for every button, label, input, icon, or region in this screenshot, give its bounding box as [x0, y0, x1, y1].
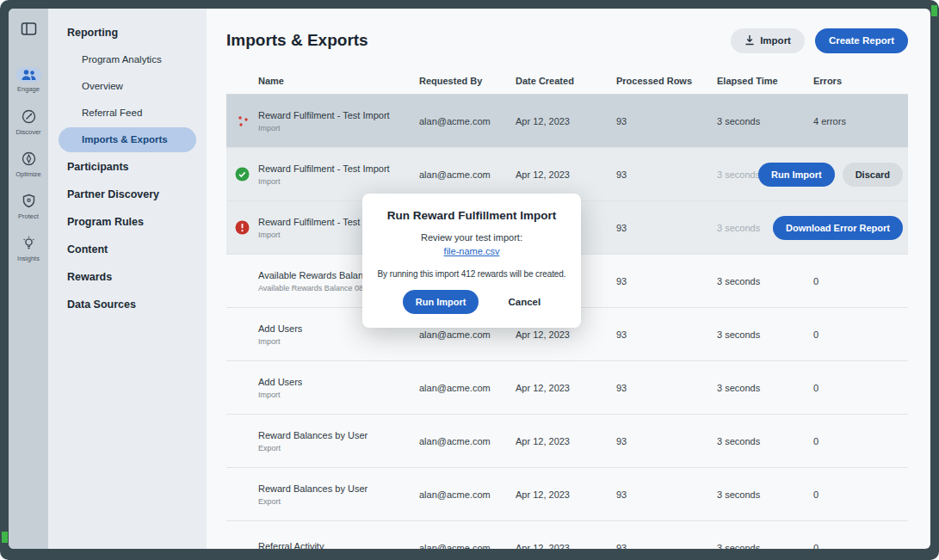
run-import-modal: Run Reward Fulfillment Import Review you… — [362, 194, 581, 328]
row-date-created: Apr 12, 2023 — [516, 383, 616, 393]
panel-toggle-button[interactable] — [17, 19, 40, 41]
row-errors: 4 errors — [813, 116, 908, 126]
row-type: Import — [258, 177, 412, 186]
lightbulb-icon — [17, 234, 40, 252]
row-requested-by: alan@acme.com — [419, 543, 516, 550]
row-date-created: Apr 12, 2023 — [516, 543, 616, 550]
row-date-created: Apr 12, 2023 — [516, 436, 616, 446]
col-requested-by: Requested By — [419, 76, 516, 86]
run-import-button[interactable]: Run Import — [758, 163, 835, 187]
row-processed-rows: 93 — [616, 543, 717, 550]
row-requested-by: alan@acme.com — [419, 169, 516, 180]
row-name: Add Users — [258, 377, 412, 387]
modal-title: Run Reward Fulfillment Import — [371, 209, 572, 222]
app-surface: Engage Discover Optimize Protect — [9, 9, 930, 549]
row-type: Export — [258, 444, 412, 452]
modal-confirmation-text: By running this import 412 rewards will … — [371, 269, 572, 279]
row-processed-rows: 93 — [616, 169, 717, 180]
table-row[interactable]: Add Users Import alan@acme.com Apr 12, 2… — [226, 361, 908, 415]
col-elapsed-time: Elapsed Time — [717, 76, 813, 86]
row-elapsed-time: 3 seconds — [717, 383, 813, 393]
frame-accent-top-right — [931, 5, 937, 16]
row-name: Referral Activity — [258, 541, 412, 550]
spark-circle-icon — [17, 150, 40, 168]
row-errors: 0 — [813, 436, 908, 446]
sidebar-item-program-analytics[interactable]: Program Analytics — [48, 46, 207, 73]
modal-actions: Run Import Cancel — [371, 290, 572, 314]
row-requested-by: alan@acme.com — [419, 329, 516, 340]
panel-toggle-icon — [21, 22, 37, 39]
row-requested-by: alan@acme.com — [419, 489, 516, 500]
row-name: Reward Fulfilment - Test Import — [258, 110, 412, 120]
row-date-created: Apr 12, 2023 — [516, 116, 616, 126]
row-actions: Download Error Report — [773, 216, 903, 240]
row-processed-rows: 93 — [616, 223, 717, 233]
sidebar-item-referral-feed[interactable]: Referral Feed — [48, 100, 207, 126]
sidebar-item-participants[interactable]: Participants — [48, 153, 207, 181]
rail-item-insights[interactable]: Insights — [9, 227, 48, 269]
col-processed-rows: Processed Rows — [616, 76, 717, 86]
error-exclamation-icon — [226, 220, 258, 235]
rail-label-protect: Protect — [18, 212, 39, 220]
sidebar-item-content[interactable]: Content — [48, 236, 207, 263]
discard-button[interactable]: Discard — [843, 163, 903, 187]
rail-label-engage: Engage — [17, 85, 40, 93]
sidebar-item-data-sources[interactable]: Data Sources — [48, 291, 207, 318]
row-elapsed-time: 3 seconds — [717, 436, 813, 446]
table-row[interactable]: Reward Balances by User Export alan@acme… — [226, 468, 908, 521]
row-processed-rows: 93 — [616, 276, 717, 286]
row-type: Export — [258, 497, 412, 506]
sidebar: Reporting Program Analytics Overview Ref… — [48, 9, 207, 549]
download-icon — [744, 34, 755, 47]
col-name: Name — [258, 76, 419, 86]
icon-rail: Engage Discover Optimize Protect — [9, 9, 48, 549]
file-link[interactable]: file-name.csv — [444, 246, 500, 256]
row-errors: 0 — [813, 329, 908, 340]
row-processed-rows: 93 — [616, 436, 717, 446]
shield-icon — [17, 192, 40, 210]
row-type: Import — [258, 391, 412, 399]
sidebar-item-rewards[interactable]: Rewards — [48, 263, 207, 291]
table-header: Name Requested By Date Created Processed… — [226, 76, 908, 95]
table-row[interactable]: Referral Activity alan@acme.com Apr 12, … — [226, 521, 908, 549]
row-elapsed-time: 3 seconds — [717, 489, 813, 500]
row-name: Reward Fulfilment - Test Import — [258, 163, 412, 174]
rail-item-engage[interactable]: Engage — [9, 58, 48, 101]
sidebar-section-reporting[interactable]: Reporting — [48, 19, 207, 46]
sidebar-item-program-rules[interactable]: Program Rules — [48, 208, 207, 236]
row-date-created: Apr 12, 2023 — [516, 329, 616, 340]
row-processed-rows: 93 — [616, 383, 717, 393]
row-elapsed-time: 3 seconds — [717, 543, 813, 550]
sidebar-item-imports-exports[interactable]: Imports & Exports — [59, 127, 196, 152]
row-actions: Run Import Discard — [758, 163, 903, 187]
row-date-created: Apr 12, 2023 — [516, 489, 616, 500]
row-requested-by: alan@acme.com — [419, 383, 516, 393]
row-type: Import — [258, 337, 412, 346]
row-errors: 0 — [813, 276, 908, 286]
modal-cancel-button[interactable]: Cancel — [508, 297, 541, 307]
row-requested-by: alan@acme.com — [419, 436, 516, 446]
row-requested-by: alan@acme.com — [419, 116, 516, 126]
rail-item-protect[interactable]: Protect — [9, 185, 48, 227]
page-header: Imports & Exports Import Create Report — [226, 28, 908, 53]
table-row[interactable]: Reward Fulfilment - Test Import Import a… — [226, 95, 908, 148]
rail-label-insights: Insights — [17, 255, 40, 262]
frame-accent-bottom-left — [2, 532, 8, 543]
rail-item-discover[interactable]: Discover — [9, 101, 48, 143]
app-window-frame: Engage Discover Optimize Protect — [0, 0, 939, 560]
header-actions: Import Create Report — [731, 28, 908, 53]
sidebar-item-overview[interactable]: Overview — [48, 73, 207, 100]
rail-item-optimize[interactable]: Optimize — [9, 143, 48, 185]
sidebar-item-partner-discovery[interactable]: Partner Discovery — [48, 181, 207, 208]
modal-run-import-button[interactable]: Run Import — [403, 290, 479, 314]
import-button[interactable]: Import — [731, 28, 805, 53]
compass-pen-icon — [17, 108, 40, 126]
row-errors: 0 — [813, 543, 908, 550]
download-error-report-button[interactable]: Download Error Report — [773, 216, 903, 240]
create-report-button[interactable]: Create Report — [815, 28, 908, 53]
row-processed-rows: 93 — [616, 116, 717, 126]
modal-review-text: Review your test import: — [371, 232, 572, 243]
row-name: Reward Balances by User — [258, 483, 412, 494]
row-date-created: Apr 12, 2023 — [516, 169, 616, 180]
table-row[interactable]: Reward Balances by User Export alan@acme… — [226, 415, 908, 468]
